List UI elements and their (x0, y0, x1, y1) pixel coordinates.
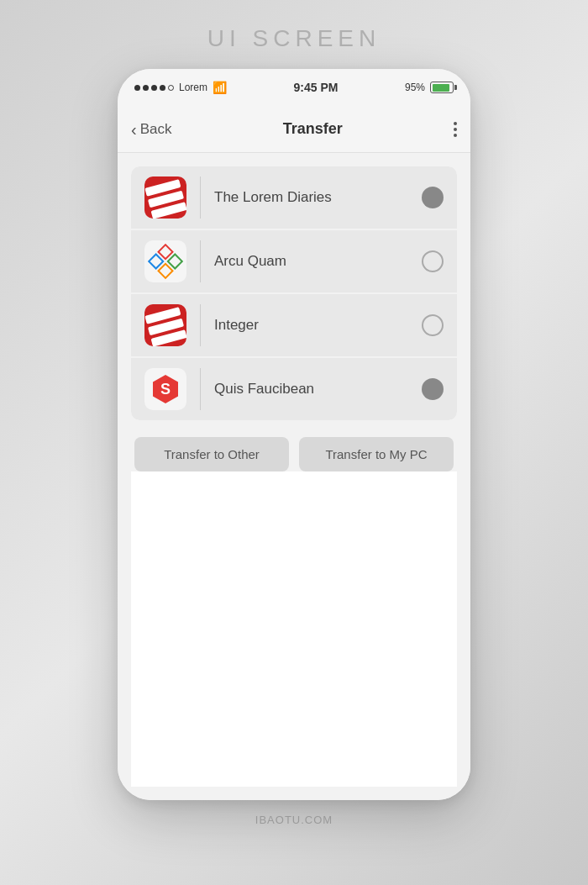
item-divider (200, 368, 201, 410)
back-chevron-icon: ‹ (131, 121, 137, 138)
battery-body (430, 82, 454, 93)
more-dot-3 (454, 134, 457, 137)
empty-area (131, 471, 457, 787)
carrier-label: Lorem (179, 82, 207, 93)
radio-button-4[interactable] (422, 378, 444, 400)
signal-dots (134, 85, 174, 91)
status-right: 95% (405, 82, 454, 93)
item-name-3: Integer (214, 317, 422, 334)
transfer-list: The Lorem Diaries (131, 166, 457, 420)
more-dot-1 (454, 122, 457, 125)
more-dot-2 (454, 128, 457, 131)
stripes-logo-1 (144, 176, 186, 219)
page-title: UI SCREEN (207, 25, 381, 52)
action-buttons: Transfer to Other Transfer to My PC (131, 437, 457, 471)
item-logo-1 (144, 176, 186, 219)
signal-dot-2 (143, 85, 149, 91)
bottom-watermark: IBAOTU.COM (255, 814, 333, 826)
diamond-logo (144, 240, 186, 282)
radio-button-2[interactable] (422, 250, 444, 272)
phone-frame: Lorem 📶 9:45 PM 95% ‹ Back Transfer (118, 69, 470, 800)
svg-rect-4 (144, 240, 186, 282)
battery-fill (433, 84, 450, 92)
hexagon-logo: S (144, 368, 186, 410)
nav-title: Transfer (283, 120, 343, 138)
signal-dot-1 (134, 85, 140, 91)
more-button[interactable] (454, 119, 457, 140)
list-item[interactable]: Arcu Quam (131, 230, 457, 292)
list-item[interactable]: The Lorem Diaries (131, 166, 457, 229)
item-logo-3 (144, 304, 186, 346)
item-divider (200, 304, 201, 346)
transfer-pc-button[interactable]: Transfer to My PC (299, 437, 454, 471)
battery-percent: 95% (405, 82, 425, 93)
back-button[interactable]: ‹ Back (131, 121, 171, 138)
radio-button-3[interactable] (422, 314, 444, 336)
status-bar: Lorem 📶 9:45 PM 95% (118, 69, 470, 106)
signal-dot-5 (168, 85, 174, 91)
svg-text:S: S (160, 381, 171, 398)
item-name-2: Arcu Quam (214, 253, 422, 270)
item-logo-4: S (144, 368, 186, 410)
wifi-icon: 📶 (213, 81, 227, 94)
stripes-logo-2 (144, 304, 186, 346)
item-logo-2 (144, 240, 186, 282)
transfer-other-button[interactable]: Transfer to Other (134, 437, 289, 471)
status-left: Lorem 📶 (134, 81, 227, 94)
list-item[interactable]: S Quis Faucibean (131, 358, 457, 420)
item-divider (200, 176, 201, 219)
nav-bar: ‹ Back Transfer (118, 106, 470, 153)
item-name-4: Quis Faucibean (214, 381, 422, 398)
item-divider (200, 240, 201, 282)
item-name-1: The Lorem Diaries (214, 189, 422, 206)
signal-dot-4 (160, 85, 165, 91)
content-area: The Lorem Diaries (118, 153, 470, 800)
battery-icon (430, 82, 454, 93)
back-label: Back (140, 121, 172, 138)
signal-dot-3 (151, 85, 157, 91)
radio-button-1[interactable] (422, 187, 444, 208)
status-time: 9:45 PM (294, 81, 339, 94)
list-item[interactable]: Integer (131, 294, 457, 356)
